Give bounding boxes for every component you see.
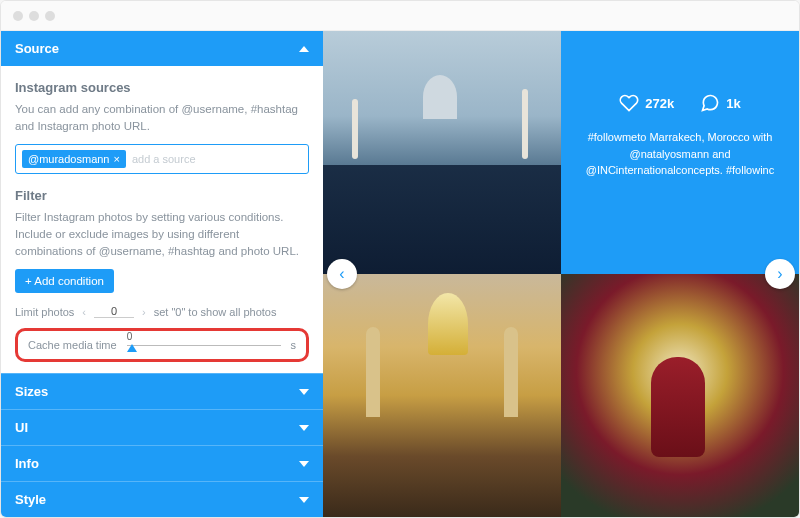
panel-style-title: Style bbox=[15, 492, 46, 507]
gallery-caption: #followmeto Marrakech, Morocco with @nat… bbox=[583, 129, 777, 179]
traffic-light-dot bbox=[29, 11, 39, 21]
cache-slider-value: 0 bbox=[127, 331, 133, 342]
limit-hint: set "0" to show all photos bbox=[154, 306, 277, 318]
panel-source-body: Instagram sources You can add any combin… bbox=[1, 66, 323, 373]
panel-sizes-header[interactable]: Sizes bbox=[1, 373, 323, 409]
gallery-image bbox=[561, 274, 799, 517]
likes-stat: 272k bbox=[619, 93, 674, 113]
gallery-tile[interactable] bbox=[323, 31, 561, 274]
chevron-down-icon bbox=[299, 425, 309, 431]
source-tag-label: @muradosmann bbox=[28, 153, 109, 165]
likes-count: 272k bbox=[645, 96, 674, 111]
sources-heading: Instagram sources bbox=[15, 80, 309, 95]
panel-sizes-title: Sizes bbox=[15, 384, 48, 399]
close-icon[interactable]: × bbox=[113, 153, 119, 165]
gallery-prev-button[interactable]: ‹ bbox=[327, 259, 357, 289]
comment-icon bbox=[700, 93, 720, 113]
gallery-overlay: 272k 1k #followmeto Marrakech, Morocco w… bbox=[561, 31, 799, 274]
source-tag[interactable]: @muradosmann × bbox=[22, 150, 126, 168]
window-titlebar bbox=[1, 1, 799, 31]
gallery-image bbox=[323, 31, 561, 274]
cache-label: Cache media time bbox=[28, 339, 117, 351]
gallery-tile-overlay[interactable]: 272k 1k #followmeto Marrakech, Morocco w… bbox=[561, 31, 799, 274]
gallery-next-button[interactable]: › bbox=[765, 259, 795, 289]
limit-photos-row: Limit photos ‹ › set "0" to show all pho… bbox=[15, 305, 309, 318]
filter-hint: Filter Instagram photos by setting vario… bbox=[15, 209, 309, 259]
heart-icon bbox=[619, 93, 639, 113]
gallery-stats: 272k 1k bbox=[619, 93, 740, 113]
cache-media-highlight: Cache media time 0 s bbox=[15, 328, 309, 362]
cache-slider[interactable]: 0 bbox=[127, 345, 281, 346]
app-window: Source Instagram sources You can add any… bbox=[0, 0, 800, 518]
panel-ui-title: UI bbox=[15, 420, 28, 435]
cache-unit: s bbox=[291, 339, 297, 351]
add-condition-button[interactable]: + Add condition bbox=[15, 269, 114, 293]
gallery-image bbox=[323, 274, 561, 517]
panel-info-title: Info bbox=[15, 456, 39, 471]
traffic-light-dot bbox=[45, 11, 55, 21]
limit-photos-input[interactable] bbox=[94, 305, 134, 318]
panel-source-title: Source bbox=[15, 41, 59, 56]
sources-tag-input[interactable]: @muradosmann × bbox=[15, 144, 309, 174]
source-add-input[interactable] bbox=[132, 153, 302, 165]
gallery-tile[interactable] bbox=[561, 274, 799, 517]
chevron-left-icon[interactable]: ‹ bbox=[82, 306, 86, 318]
traffic-light-dot bbox=[13, 11, 23, 21]
app-body: Source Instagram sources You can add any… bbox=[1, 31, 799, 517]
chevron-down-icon bbox=[299, 461, 309, 467]
limit-label: Limit photos bbox=[15, 306, 74, 318]
chevron-right-icon[interactable]: › bbox=[142, 306, 146, 318]
sources-hint: You can add any combination of @username… bbox=[15, 101, 309, 134]
filter-heading: Filter bbox=[15, 188, 309, 203]
settings-sidebar: Source Instagram sources You can add any… bbox=[1, 31, 323, 517]
comments-stat: 1k bbox=[700, 93, 740, 113]
chevron-down-icon bbox=[299, 389, 309, 395]
gallery-preview: ‹ › 272k bbox=[323, 31, 799, 517]
cache-slider-thumb[interactable] bbox=[127, 344, 137, 352]
comments-count: 1k bbox=[726, 96, 740, 111]
gallery-tile[interactable] bbox=[323, 274, 561, 517]
chevron-up-icon bbox=[299, 46, 309, 52]
chevron-down-icon bbox=[299, 497, 309, 503]
panel-style-header[interactable]: Style bbox=[1, 481, 323, 517]
panel-info-header[interactable]: Info bbox=[1, 445, 323, 481]
panel-source-header[interactable]: Source bbox=[1, 31, 323, 66]
panel-ui-header[interactable]: UI bbox=[1, 409, 323, 445]
cache-slider-track bbox=[127, 345, 281, 346]
